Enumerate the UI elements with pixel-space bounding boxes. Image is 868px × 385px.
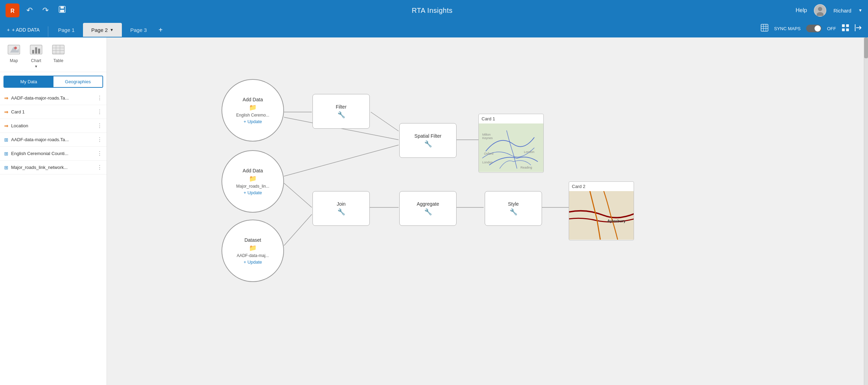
- sidebar-item-location[interactable]: ⇒ Location ⋮: [0, 119, 107, 133]
- tab-bar-right: SYNC MAPS OFF: [761, 20, 868, 37]
- item-menu-icon[interactable]: ⋮: [97, 122, 102, 129]
- add-data-2-title: Add Data: [243, 168, 263, 173]
- sidebar-item-aadf-arrows[interactable]: ⇒ AADF-data-major-roads.Ta... ⋮: [0, 91, 107, 105]
- table-icon-item[interactable]: Table: [51, 43, 65, 68]
- redo-button[interactable]: ↷: [40, 5, 51, 16]
- wrench-icon-2: 🔧: [424, 140, 432, 148]
- add-data-2-update[interactable]: + Update: [243, 190, 262, 195]
- svg-rect-25: [52, 45, 64, 54]
- aggregate-node[interactable]: Aggregate 🔧: [399, 191, 457, 226]
- top-bar-right: Help Richard ▼: [796, 4, 862, 17]
- user-name[interactable]: Richard: [833, 8, 851, 14]
- tab-dropdown-icon[interactable]: ▼: [110, 28, 114, 32]
- sync-state-label: OFF: [827, 26, 836, 31]
- item-label: AADF-data-major-roads.Ta...: [11, 137, 94, 142]
- svg-line-37: [284, 214, 312, 246]
- folder-icon: 📁: [249, 104, 257, 111]
- svg-text:Milton: Milton: [482, 133, 491, 136]
- svg-text:Keynes: Keynes: [482, 136, 493, 140]
- add-data-1-title: Add Data: [243, 97, 263, 102]
- svg-rect-15: [842, 28, 845, 31]
- svg-rect-22: [32, 50, 34, 53]
- help-link[interactable]: Help: [796, 7, 807, 14]
- add-data-1-update[interactable]: + Update: [243, 119, 262, 124]
- filter-node[interactable]: Filter 🔧: [312, 94, 370, 129]
- user-avatar: [814, 4, 826, 17]
- chart-icon-item[interactable]: Chart ▼: [29, 43, 43, 68]
- undo-button[interactable]: ↶: [24, 5, 35, 16]
- svg-line-36: [284, 145, 399, 176]
- top-bar: R ↶ ↷ RTA Insights Help Richard ▼: [0, 0, 868, 21]
- card2-node[interactable]: Card 2 Aylesbury: [569, 181, 634, 240]
- scrollbar[interactable]: [864, 37, 868, 385]
- add-data-button[interactable]: + + ADD DATA: [0, 23, 47, 37]
- svg-rect-49: [569, 191, 634, 240]
- sidebar-item-english[interactable]: ⊞ English Ceremonial Counti... ⋮: [0, 147, 107, 161]
- main-layout: Map Chart ▼: [0, 37, 868, 385]
- item-label: Major_roads_link_network...: [11, 165, 94, 170]
- dataset-node[interactable]: Dataset 📁 AADF-data-maj... + Update: [222, 220, 284, 282]
- card1-node[interactable]: Card 1 Milton Keynes Oxford: [478, 114, 544, 173]
- folder-icon-3: 📁: [249, 244, 257, 252]
- arrows-icon: ⇒: [4, 95, 8, 101]
- svg-text:Oxford: Oxford: [484, 152, 493, 155]
- dataset-subtitle: AADF-data-maj...: [237, 253, 269, 258]
- sync-maps-toggle[interactable]: [806, 25, 821, 32]
- item-menu-icon[interactable]: ⋮: [97, 95, 102, 101]
- svg-rect-16: [846, 28, 849, 31]
- card2-title: Card 2: [569, 182, 634, 191]
- item-menu-icon[interactable]: ⋮: [97, 150, 102, 157]
- add-data-1-node[interactable]: Add Data 📁 English Ceremo... + Update: [222, 79, 284, 142]
- style-node[interactable]: Style 🔧: [485, 191, 542, 226]
- spatial-filter-title: Spatial Filter: [415, 133, 442, 139]
- wrench-icon: 🔧: [337, 111, 345, 119]
- user-dropdown-icon[interactable]: ▼: [858, 8, 862, 13]
- geographies-tab[interactable]: Geographies: [53, 76, 103, 87]
- add-tab-button[interactable]: +: [155, 23, 166, 37]
- grid-view-icon[interactable]: [842, 24, 849, 33]
- svg-rect-3: [60, 6, 64, 9]
- tab-page2[interactable]: Page 2 ▼: [83, 23, 122, 37]
- dataset-update[interactable]: + Update: [243, 259, 262, 265]
- workflow-canvas: Add Data 📁 English Ceremo... + Update Fi…: [107, 37, 864, 385]
- share-icon[interactable]: [855, 24, 862, 33]
- tab-page1[interactable]: Page 1: [50, 23, 83, 37]
- item-menu-icon[interactable]: ⋮: [97, 109, 102, 115]
- sync-maps-label: SYNC MAPS: [774, 26, 801, 31]
- grid-icon: ⊞: [4, 137, 8, 143]
- map-icon-item[interactable]: Map: [7, 43, 21, 68]
- chart-dropdown-icon[interactable]: ▼: [34, 65, 38, 68]
- chart-label: Chart: [31, 58, 41, 63]
- sidebar: Map Chart ▼: [0, 37, 107, 385]
- join-node[interactable]: Join 🔧: [312, 191, 370, 226]
- item-menu-icon[interactable]: ⋮: [97, 164, 102, 171]
- spatial-filter-node[interactable]: Spatial Filter 🔧: [399, 123, 457, 158]
- item-menu-icon[interactable]: ⋮: [97, 136, 102, 143]
- dataset-title: Dataset: [244, 237, 261, 243]
- wrench-icon-5: 🔧: [510, 208, 517, 216]
- svg-rect-8: [761, 24, 768, 31]
- sidebar-icons: Map Chart ▼: [0, 37, 107, 72]
- svg-text:London: London: [482, 161, 493, 164]
- item-label: Location: [11, 123, 94, 128]
- svg-text:Reading: Reading: [520, 166, 532, 169]
- app-title: RTA Insights: [73, 7, 792, 15]
- wrench-icon-4: 🔧: [424, 208, 432, 216]
- folder-icon-2: 📁: [249, 175, 257, 182]
- add-data-label: + ADD DATA: [12, 27, 40, 33]
- svg-text:R: R: [10, 8, 15, 14]
- sidebar-item-major[interactable]: ⊞ Major_roads_link_network... ⋮: [0, 161, 107, 174]
- add-data-2-node[interactable]: Add Data 📁 Major_roads_lin... + Update: [222, 150, 284, 213]
- table-view-icon[interactable]: [761, 24, 768, 33]
- sidebar-item-card1[interactable]: ⇒ Card 1 ⋮: [0, 105, 107, 119]
- sidebar-item-aadf-grid[interactable]: ⊞ AADF-data-major-roads.Ta... ⋮: [0, 133, 107, 147]
- item-label: English Ceremonial Counti...: [11, 151, 94, 156]
- save-button[interactable]: [56, 4, 69, 17]
- mydata-tab[interactable]: My Data: [4, 76, 53, 87]
- add-data-2-subtitle: Major_roads_lin...: [236, 184, 269, 189]
- app-logo: R: [6, 3, 19, 17]
- svg-rect-4: [60, 10, 64, 12]
- svg-rect-13: [842, 24, 845, 27]
- scrollbar-thumb[interactable]: [864, 37, 868, 58]
- tab-page3[interactable]: Page 3: [122, 23, 155, 37]
